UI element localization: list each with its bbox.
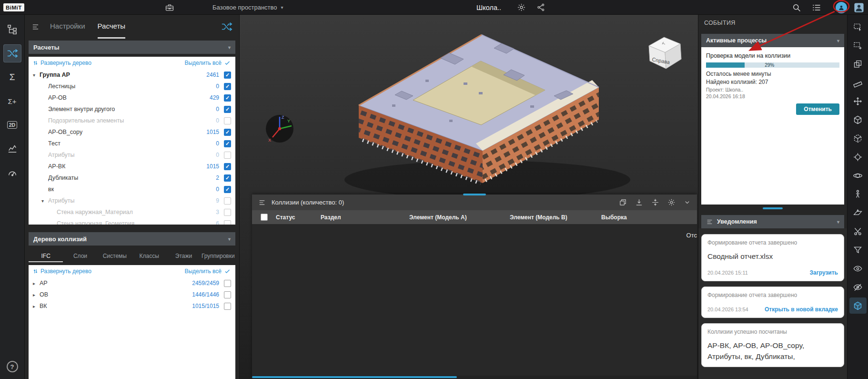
move-axes-icon[interactable] — [849, 93, 867, 109]
toolbox-icon[interactable] — [165, 0, 174, 15]
tab-settings[interactable]: Настройки — [50, 15, 85, 39]
measure-ruler-icon[interactable] — [849, 74, 867, 91]
share-icon[interactable] — [536, 0, 545, 15]
expand-tree-link[interactable]: Развернуть дерево — [33, 268, 91, 275]
collision-check-tool[interactable] — [3, 44, 21, 62]
tree-expand-icon[interactable]: ▸ — [33, 292, 40, 297]
walkthrough-icon[interactable] — [849, 186, 867, 202]
events-icon[interactable] — [836, 0, 847, 15]
collision-tree-item[interactable]: ▸ АР 2459/2459 — [29, 277, 235, 289]
calc-tree-checkbox[interactable] — [224, 72, 231, 79]
tree-collapse-icon[interactable]: ▾ — [33, 72, 40, 78]
model-visibility-cube-icon[interactable] — [849, 297, 867, 314]
tab-calculations[interactable]: Расчеты — [98, 15, 126, 39]
calc-tree-checkbox[interactable] — [224, 163, 231, 170]
calc-tree-item[interactable]: ▾ Атрибуты 9 — [29, 195, 235, 206]
collision-tree-header[interactable]: Дерево коллизий ▾ — [29, 232, 235, 246]
notification-card[interactable]: Формирование отчета завершено Сводный от… — [701, 234, 844, 281]
fit-rows-icon[interactable] — [651, 198, 659, 206]
col-selection[interactable]: Выборка — [601, 214, 697, 221]
calc-tree-item[interactable]: Стена наружная_Материал 3 — [29, 206, 235, 218]
tab-ifc[interactable]: IFC — [29, 249, 63, 262]
notifications-menu-icon[interactable] — [706, 219, 713, 225]
notifications-header[interactable]: Уведомления ▾ — [701, 215, 844, 228]
calc-tree-checkbox[interactable] — [224, 209, 231, 216]
tab-layers[interactable]: Слои — [63, 249, 97, 262]
calc-tree-checkbox[interactable] — [224, 129, 231, 136]
user-avatar[interactable] — [854, 0, 864, 15]
collision-shuffle-icon[interactable] — [221, 22, 232, 31]
col-section[interactable]: Раздел — [321, 214, 409, 221]
calc-section-header[interactable]: Расчеты ▾ — [29, 41, 235, 54]
calc-tree-checkbox[interactable] — [224, 140, 231, 147]
orbit-icon[interactable] — [849, 167, 867, 184]
collision-tree-item[interactable]: ▸ ВК 1015/1015 — [29, 300, 235, 312]
help-button[interactable]: ? — [7, 361, 18, 372]
notification-action-link[interactable]: Загрузить — [810, 269, 838, 276]
calc-tree-checkbox[interactable] — [224, 152, 231, 159]
panel-resize-handle[interactable] — [463, 194, 486, 195]
col-element-b[interactable]: Элемент (Модель В) — [510, 214, 601, 221]
calc-tree-checkbox[interactable] — [224, 94, 231, 102]
cancel-process-button[interactable]: Отменить — [796, 103, 839, 115]
calc-tree-item[interactable]: Стена наружная_Геометрия 6 — [29, 218, 235, 225]
horizontal-scrollbar-thumb[interactable] — [252, 376, 457, 378]
tree-collapse-icon[interactable]: ▾ — [41, 198, 48, 204]
tab-classes[interactable]: Классы — [132, 249, 166, 262]
select-all-link[interactable]: Выделить всё — [184, 60, 231, 66]
chart-tool[interactable] — [3, 140, 21, 158]
search-icon[interactable] — [792, 0, 801, 15]
tree-expand-icon[interactable]: ▸ — [33, 304, 40, 309]
focus-target-icon[interactable] — [849, 149, 867, 165]
export-download-icon[interactable] — [635, 198, 643, 206]
hide-eye-icon[interactable] — [849, 279, 867, 295]
calc-tree-item[interactable]: Дубликаты 2 — [29, 172, 235, 184]
table-settings-gear-icon[interactable] — [667, 198, 676, 206]
calc-tree-checkbox[interactable] — [224, 220, 231, 225]
calc-tree-checkbox[interactable] — [224, 83, 231, 90]
notification-action-link[interactable]: Открыть в новой вкладке — [765, 306, 838, 313]
expand-tree-link[interactable]: Развернуть дерево — [33, 60, 91, 66]
sum-report-tool[interactable]: Σ — [3, 68, 21, 86]
notification-card[interactable]: Формирование отчета завершено 20.04.2026… — [701, 287, 844, 318]
select-window-icon[interactable] — [849, 19, 867, 35]
gauge-tool[interactable] — [3, 164, 21, 182]
calc-tree-item[interactable]: АР-ОВ 429 — [29, 92, 235, 103]
collapse-panel-chevron-icon[interactable] — [684, 199, 691, 206]
settings-gear-icon[interactable] — [517, 0, 526, 15]
col-status[interactable]: Статус — [276, 214, 321, 221]
collision-tree-checkbox[interactable] — [224, 280, 231, 287]
calc-tree-item[interactable]: ▾ Группа АР 2461 — [29, 69, 235, 81]
tab-groupings[interactable]: Группировки — [201, 249, 235, 262]
calc-tree-checkbox[interactable] — [224, 117, 231, 124]
workspace-selector[interactable]: Базовое пространство ▾ — [212, 0, 283, 15]
collision-tree-checkbox[interactable] — [224, 303, 231, 310]
nav-cube[interactable]: Справа — [642, 31, 686, 75]
model-tree-tool[interactable] — [3, 20, 21, 39]
active-processes-header[interactable]: Активные процессы ▾ — [701, 34, 844, 47]
2d-view-tool[interactable]: 2D — [3, 116, 21, 134]
calc-tree-item[interactable]: Тест 0 — [29, 138, 235, 149]
select-all-rows-checkbox[interactable] — [261, 214, 268, 221]
filter-icon[interactable] — [849, 242, 867, 258]
section-box-icon[interactable] — [849, 130, 867, 146]
select-add-icon[interactable] — [849, 37, 867, 53]
collision-tree-checkbox[interactable] — [224, 291, 231, 298]
events-divider-handle[interactable] — [763, 207, 783, 209]
collision-tree-item[interactable]: ▸ ОВ 1446/1446 — [29, 289, 235, 300]
calc-tree-checkbox[interactable] — [224, 174, 231, 182]
viewport-3d[interactable]: Y Z X Справа — [240, 15, 698, 379]
select-all-link[interactable]: Выделить всё — [184, 268, 231, 275]
calc-tree-checkbox[interactable] — [224, 186, 231, 193]
copy-report-icon[interactable] — [619, 198, 627, 206]
calc-tree-checkbox[interactable] — [224, 197, 231, 205]
col-element-a[interactable]: Элемент (Модель А) — [409, 214, 510, 221]
calc-tree-item[interactable]: Атрибуты 0 — [29, 149, 235, 161]
notification-card[interactable]: Коллизии успешно посчитаны АР-ВК, АР-ОВ,… — [701, 323, 844, 367]
tab-systems[interactable]: Системы — [98, 249, 132, 262]
sum-add-tool[interactable]: Σ+ — [3, 92, 21, 110]
axis-gizmo[interactable]: Y Z X — [264, 113, 295, 144]
panel-menu-icon[interactable] — [31, 23, 40, 31]
calc-tree-item[interactable]: АР-ВК 1015 — [29, 161, 235, 172]
copy-elements-icon[interactable] — [849, 56, 867, 72]
